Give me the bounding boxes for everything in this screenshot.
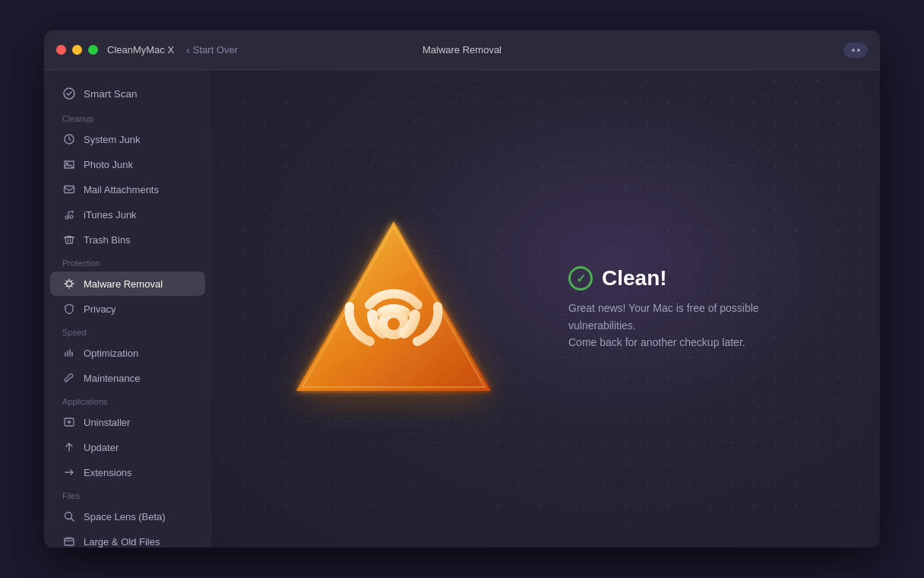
optimization-icon (62, 346, 76, 360)
sidebar-item-space-lens[interactable]: Space Lens (Beta) (50, 504, 205, 529)
optimization-label: Optimization (84, 348, 138, 359)
result-title-row: ✓ Clean! (568, 266, 812, 291)
fullscreen-button[interactable] (88, 45, 98, 55)
titlebar-right (843, 43, 868, 58)
titlebar: CleanMyMac X ‹ Start Over Malware Remova… (44, 30, 880, 70)
sidebar-item-mail-attachments[interactable]: Mail Attachments (50, 177, 205, 202)
itunes-icon (62, 208, 76, 221)
window-title: Malware Removal (422, 44, 502, 56)
extensions-label: Extensions (84, 467, 132, 478)
privacy-label: Privacy (84, 303, 116, 315)
check-circle-icon: ✓ (568, 266, 593, 291)
dot1 (852, 49, 855, 52)
space-lens-icon (62, 510, 76, 523)
mail-icon (62, 183, 76, 196)
result-desc-line2: Come back for another checkup later. (568, 336, 745, 348)
sidebar-item-system-junk[interactable]: System Junk (50, 127, 205, 151)
malware-removal-label: Malware Removal (84, 278, 163, 290)
sidebar-item-itunes-junk[interactable]: iTunes Junk (50, 202, 205, 227)
itunes-junk-label: iTunes Junk (84, 209, 137, 221)
biohazard-icon (287, 202, 500, 415)
large-files-icon (62, 535, 76, 548)
sidebar-item-privacy[interactable]: Privacy (50, 297, 205, 321)
result-description: Great news! Your Mac is free of possible… (568, 300, 812, 351)
app-title: CleanMyMac X (107, 44, 174, 56)
content-inner: ✓ Clean! Great news! Your Mac is free of… (280, 195, 812, 423)
updater-label: Updater (84, 442, 119, 453)
check-mark-icon: ✓ (576, 272, 586, 286)
section-label-speed: Speed (44, 322, 211, 340)
trash-bins-label: Trash Bins (84, 234, 131, 246)
sidebar: Smart Scan Cleanup System Junk (44, 70, 211, 548)
system-junk-label: System Junk (84, 134, 140, 145)
close-button[interactable] (56, 45, 66, 55)
svg-point-5 (70, 215, 73, 218)
app-window: CleanMyMac X ‹ Start Over Malware Remova… (44, 30, 880, 548)
sidebar-smart-scan-label: Smart Scan (84, 88, 138, 100)
chevron-left-icon: ‹ (186, 44, 190, 56)
nav-back-button[interactable]: ‹ Start Over (186, 44, 238, 56)
section-label-cleanup: Cleanup (44, 108, 211, 126)
sidebar-item-extensions[interactable]: Extensions (50, 460, 205, 484)
sidebar-item-uninstaller[interactable]: Uninstaller (50, 410, 205, 434)
large-old-files-label: Large & Old Files (84, 536, 160, 548)
sidebar-item-malware-removal[interactable]: Malware Removal (50, 272, 205, 296)
mail-attachments-label: Mail Attachments (84, 184, 159, 195)
maintenance-icon (62, 371, 76, 385)
main-content: Smart Scan Cleanup System Junk (44, 70, 880, 548)
svg-rect-3 (65, 186, 74, 193)
section-label-applications: Applications (44, 391, 211, 409)
updater-icon (62, 440, 76, 454)
maintenance-label: Maintenance (84, 373, 140, 384)
system-junk-icon (62, 132, 76, 146)
dot2 (857, 49, 860, 52)
section-label-protection: Protection (44, 252, 211, 271)
sidebar-item-large-old-files[interactable]: Large & Old Files (50, 529, 205, 548)
nav-back-label: Start Over (193, 44, 238, 56)
section-label-files: Files (44, 485, 211, 503)
biohazard-container (280, 195, 508, 423)
content-area: ✓ Clean! Great news! Your Mac is free of… (211, 70, 880, 548)
svg-rect-9 (65, 538, 74, 545)
uninstaller-icon (62, 415, 76, 429)
sidebar-item-trash-bins[interactable]: Trash Bins (50, 227, 205, 252)
minimize-button[interactable] (72, 45, 82, 55)
result-heading: Clean! (602, 266, 667, 291)
photo-junk-label: Photo Junk (84, 159, 133, 170)
sidebar-item-photo-junk[interactable]: Photo Junk (50, 152, 205, 176)
photo-junk-icon (62, 157, 76, 171)
sidebar-item-updater[interactable]: Updater (50, 435, 205, 459)
smart-scan-icon (62, 87, 76, 100)
sidebar-item-maintenance[interactable]: Maintenance (50, 366, 205, 390)
uninstaller-label: Uninstaller (84, 417, 130, 428)
privacy-icon (62, 302, 76, 316)
malware-icon (62, 277, 76, 291)
traffic-lights (56, 45, 98, 55)
menu-button[interactable] (843, 43, 868, 58)
result-desc-line1: Great news! Your Mac is free of possible… (568, 302, 759, 331)
sidebar-item-optimization[interactable]: Optimization (50, 341, 205, 365)
sidebar-item-smart-scan[interactable]: Smart Scan (50, 80, 205, 107)
trash-icon (62, 233, 76, 246)
extensions-icon (62, 465, 76, 479)
result-panel: ✓ Clean! Great news! Your Mac is free of… (568, 266, 812, 351)
space-lens-label: Space Lens (Beta) (84, 511, 166, 522)
